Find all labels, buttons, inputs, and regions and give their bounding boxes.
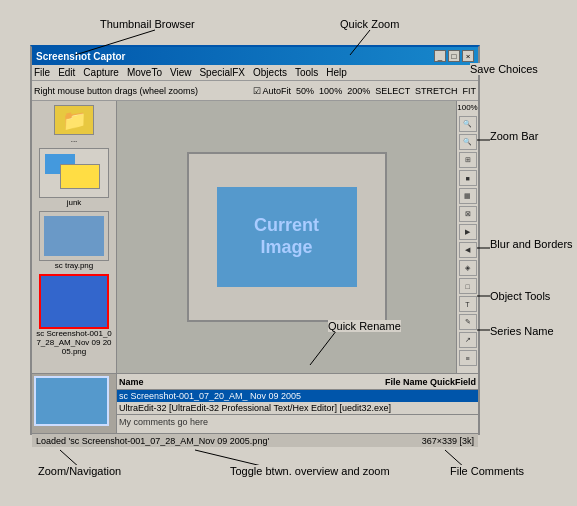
label-quick-rename: Quick Rename [328, 320, 401, 332]
toolbar: Right mouse button drags (wheel zooms) ☑… [32, 81, 478, 101]
sc-screenshot-thumb-img [39, 274, 109, 329]
current-image-display: CurrentImage [217, 187, 357, 287]
status-bar: Loaded 'sc Screenshot-001_07_28_AM_Nov 0… [32, 433, 478, 447]
tool-zoom-in[interactable]: 🔍 [459, 116, 477, 132]
file-list-item-1[interactable]: UltraEdit-32 [UltraEdit-32 Professional … [117, 402, 478, 414]
tool-zoom-out[interactable]: 🔍 [459, 134, 477, 150]
label-toggle-zoom: Toggle btwn. overview and zoom [230, 465, 390, 477]
junk-thumb-img [39, 148, 109, 198]
app-title: Screenshot Captor [36, 51, 125, 62]
menu-help[interactable]: Help [326, 67, 347, 78]
menu-objects[interactable]: Objects [253, 67, 287, 78]
menu-capture[interactable]: Capture [83, 67, 119, 78]
mini-preview[interactable] [34, 376, 109, 426]
sc-screenshot-thumbnail[interactable]: sc Screenshot-001_07_28_AM_Nov 09 2005.p… [36, 274, 112, 356]
sc-tray-label: sc tray.png [55, 261, 94, 270]
menu-view[interactable]: View [170, 67, 192, 78]
minimize-button[interactable]: _ [434, 50, 446, 62]
col-filename: File Name QuickField [385, 377, 476, 387]
toolbar-hint: Right mouse button drags (wheel zooms) [34, 86, 198, 96]
image-size: 367×339 [3k] [422, 436, 474, 446]
menu-moveto[interactable]: MoveTo [127, 67, 162, 78]
current-image-label: CurrentImage [254, 215, 319, 258]
file-comments-area: My comments go here [117, 414, 478, 433]
zoom-navigation-panel [32, 374, 117, 433]
tool-1[interactable]: ■ [459, 170, 477, 186]
file-list-header: Name File Name QuickField [117, 374, 478, 390]
sc-tray-thumb-img [39, 211, 109, 261]
tool-arrow-l[interactable]: ◀ [459, 242, 477, 258]
label-series-name: Series Name [490, 325, 554, 337]
label-thumbnail-browser: Thumbnail Browser [100, 18, 195, 30]
menu-file[interactable]: File [34, 67, 50, 78]
label-zoom-bar: Zoom Bar [490, 130, 538, 142]
tool-2[interactable]: ▦ [459, 188, 477, 204]
label-file-comments: File Comments [450, 465, 524, 477]
right-tool-panel: 100% 🔍 🔍 ⊞ ■ ▦ ⊠ ▶ ◀ ◈ □ T ✎ ↗ ≡ [456, 101, 478, 373]
file-list-item-0[interactable]: sc Screenshot-001_07_20_AM_ Nov 09 2005 [117, 390, 478, 402]
image-area: CurrentImage [117, 101, 456, 373]
tool-fit[interactable]: ⊞ [459, 152, 477, 168]
menu-bar: File Edit Capture MoveTo View SpecialFX … [32, 65, 478, 81]
file-info-panel: Name File Name QuickField sc Screenshot-… [117, 374, 478, 433]
folder-thumbnail[interactable]: 📁 ... [36, 105, 112, 144]
bottom-section: Name File Name QuickField sc Screenshot-… [32, 373, 478, 433]
main-content-area: 📁 ... junk sc tray. [32, 101, 478, 373]
col-name: Name [119, 377, 144, 387]
tool-obj1[interactable]: T [459, 296, 477, 312]
tool-border[interactable]: □ [459, 278, 477, 294]
menu-tools[interactable]: Tools [295, 67, 318, 78]
junk-thumbnail[interactable]: junk [36, 148, 112, 207]
image-frame: CurrentImage [187, 152, 387, 322]
label-save-choices: Save Choices [470, 63, 538, 75]
tool-obj2[interactable]: ✎ [459, 314, 477, 330]
label-object-tools: Object Tools [490, 290, 550, 302]
label-zoom-nav: Zoom/Navigation [38, 465, 121, 477]
folder-icon: 📁 [54, 105, 94, 135]
title-bar: Screenshot Captor _ □ × [32, 47, 478, 65]
app-window: Screenshot Captor _ □ × File Edit Captur… [30, 45, 480, 435]
tool-series[interactable]: ≡ [459, 350, 477, 366]
label-quick-zoom: Quick Zoom [340, 18, 399, 30]
sc-screenshot-label: sc Screenshot-001_07_28_AM_Nov 09 2005.p… [36, 329, 112, 356]
sc-tray-thumbnail[interactable]: sc tray.png [36, 211, 112, 270]
maximize-button[interactable]: □ [448, 50, 460, 62]
tool-arrow-r[interactable]: ▶ [459, 224, 477, 240]
close-button[interactable]: × [462, 50, 474, 62]
tool-3[interactable]: ⊠ [459, 206, 477, 222]
thumbnail-panel: 📁 ... junk sc tray. [32, 101, 117, 373]
label-blur-borders: Blur and Borders [490, 238, 573, 250]
folder-label: ... [71, 135, 78, 144]
menu-specialfx[interactable]: SpecialFX [199, 67, 245, 78]
zoom-100-label: 100% [457, 103, 477, 112]
tool-obj3[interactable]: ↗ [459, 332, 477, 348]
status-text: Loaded 'sc Screenshot-001_07_28_AM_Nov 0… [36, 436, 269, 446]
tool-blur[interactable]: ◈ [459, 260, 477, 276]
main-container: Screenshot Captor _ □ × File Edit Captur… [0, 0, 577, 506]
menu-edit[interactable]: Edit [58, 67, 75, 78]
zoom-options: ☑ AutoFit 50% 100% 200% SELECT STRETCH F… [253, 86, 476, 96]
window-controls: _ □ × [434, 50, 474, 62]
junk-label: junk [67, 198, 82, 207]
comments-text: My comments go here [119, 417, 208, 427]
